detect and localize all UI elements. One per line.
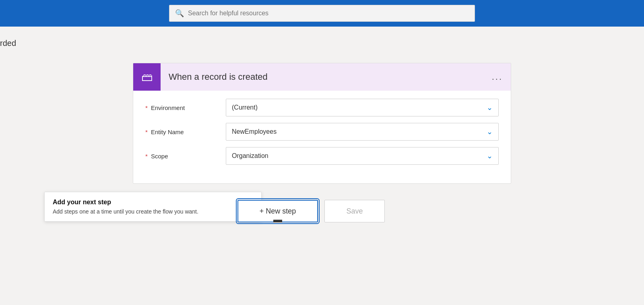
card-header-icon-bg: 🗃 (133, 63, 161, 91)
entity-name-label-text: Entity Name (151, 129, 184, 135)
save-label: Save (346, 207, 363, 216)
scope-row: * Scope Organization ⌄ (145, 147, 499, 165)
environment-row: * Environment (Current) ⌄ (145, 99, 499, 116)
tooltip-callout: Add your next step Add steps one at a ti… (44, 192, 262, 222)
required-star-1: * (145, 104, 148, 111)
card-menu-button[interactable]: ... (484, 72, 511, 82)
environment-label: * Environment (145, 104, 226, 111)
search-box[interactable]: 🔍 (169, 5, 475, 22)
scope-label-text: Scope (151, 153, 168, 160)
scope-label: * Scope (145, 153, 226, 160)
card-title: When a record is created (161, 72, 484, 82)
scope-value: Organization (232, 152, 268, 160)
scope-select[interactable]: Organization ⌄ (226, 147, 499, 165)
environment-label-text: Environment (151, 104, 185, 111)
card-body: * Environment (Current) ⌄ * Entity Name … (133, 91, 511, 183)
required-star-3: * (145, 153, 148, 160)
main-content: rded 🗃 When a record is created ... * En… (0, 27, 644, 305)
environment-value: (Current) (232, 104, 258, 111)
entity-name-label: * Entity Name (145, 129, 226, 135)
database-icon: 🗃 (141, 71, 153, 84)
tooltip-description: Add steps one at a time until you create… (53, 208, 253, 215)
new-step-button[interactable]: + New step ▬ (237, 200, 318, 222)
search-input[interactable] (188, 10, 469, 17)
partial-breadcrumb: rded (0, 39, 16, 48)
entity-name-select[interactable]: NewEmployees ⌄ (226, 123, 499, 141)
scope-chevron-icon: ⌄ (487, 151, 493, 160)
entity-name-chevron-icon: ⌄ (487, 127, 493, 136)
bottom-area: Add your next step Add steps one at a ti… (133, 200, 511, 222)
search-icon: 🔍 (175, 9, 184, 18)
required-star-2: * (145, 129, 148, 135)
environment-chevron-icon: ⌄ (487, 103, 493, 112)
entity-name-row: * Entity Name NewEmployees ⌄ (145, 123, 499, 141)
save-button[interactable]: Save (324, 200, 385, 222)
cursor-icon: ▬ (273, 214, 282, 225)
header-bar: 🔍 (0, 0, 644, 27)
entity-name-value: NewEmployees (232, 128, 277, 135)
buttons-row: + New step ▬ Save (237, 200, 385, 222)
card-header: 🗃 When a record is created ... (133, 63, 511, 91)
tooltip-title: Add your next step (53, 199, 253, 206)
environment-select[interactable]: (Current) ⌄ (226, 99, 499, 116)
trigger-card: 🗃 When a record is created ... * Environ… (133, 63, 511, 184)
